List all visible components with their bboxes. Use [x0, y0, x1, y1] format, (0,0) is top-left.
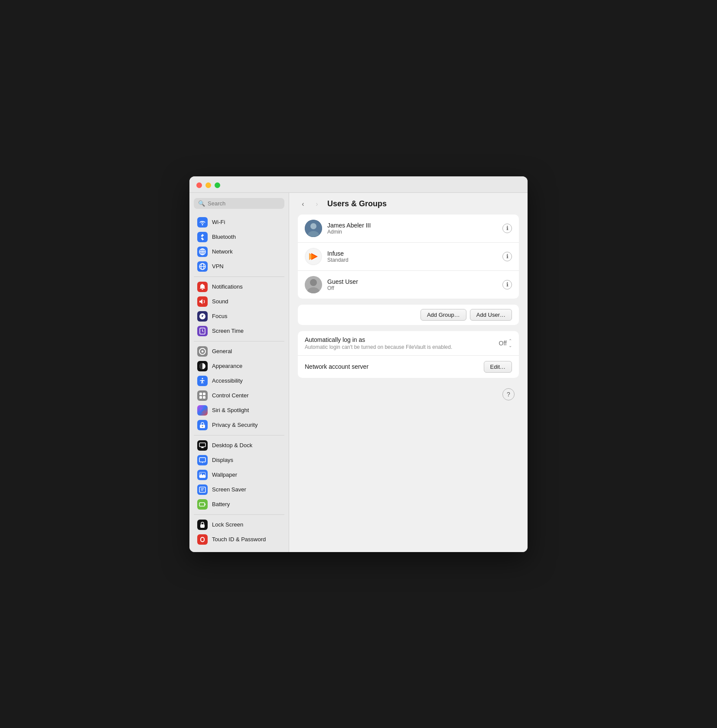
sidebar-item-privacy[interactable]: Privacy & Security — [194, 418, 284, 432]
help-button[interactable]: ? — [502, 388, 515, 400]
add-user-button[interactable]: Add User… — [470, 309, 512, 321]
minimize-button[interactable] — [205, 182, 211, 188]
sidebar-item-lockscreen[interactable]: Lock Screen — [194, 517, 284, 532]
sidebar-item-label: Screen Saver — [212, 486, 246, 493]
sidebar-item-label: Battery — [212, 501, 230, 507]
sidebar-item-siri[interactable]: Siri & Spotlight — [194, 403, 284, 418]
user-row-2[interactable]: Guest User Off ℹ — [298, 271, 519, 299]
sidebar-item-displays[interactable]: Displays — [194, 453, 284, 468]
spinner-icon: ⌃⌄ — [508, 338, 512, 348]
user-info-button[interactable]: ℹ — [502, 280, 512, 289]
user-info-button[interactable]: ℹ — [502, 224, 512, 233]
user-info: Infuse Standard — [327, 250, 497, 263]
sidebar-item-general[interactable]: General — [194, 344, 284, 359]
bluetooth-icon — [197, 232, 208, 242]
settings-card: Automatically log in as Automatic login … — [298, 331, 519, 378]
user-role: Off — [327, 285, 497, 291]
sidebar-separator — [194, 435, 284, 436]
sidebar-item-wallpaper[interactable]: Wallpaper — [194, 468, 284, 482]
svg-rect-14 — [203, 393, 205, 395]
user-info-button[interactable]: ℹ — [502, 252, 512, 261]
network-icon — [197, 247, 208, 257]
main-panel: ‹ › Users & Groups James Abeler III Admi… — [289, 193, 528, 552]
user-avatar — [305, 248, 322, 265]
svg-rect-22 — [199, 458, 205, 462]
sidebar-item-accessibility[interactable]: Accessibility — [194, 374, 284, 388]
search-input[interactable] — [208, 200, 280, 207]
svg-rect-16 — [203, 396, 205, 399]
wallpaper-icon — [197, 470, 208, 480]
svg-rect-15 — [199, 396, 202, 399]
sidebar-item-focus[interactable]: Focus — [194, 309, 284, 324]
sidebar-item-label: Notifications — [212, 283, 243, 290]
notifications-icon — [197, 282, 208, 292]
svg-point-12 — [202, 378, 203, 379]
svg-rect-29 — [200, 503, 203, 505]
sound-icon — [197, 296, 208, 307]
svg-rect-26 — [199, 487, 205, 492]
user-info: Guest User Off — [327, 278, 497, 291]
svg-point-17 — [200, 408, 205, 413]
privacy-icon — [197, 420, 208, 430]
edit-button[interactable]: Edit… — [484, 361, 512, 373]
sidebar-item-bluetooth[interactable]: Bluetooth — [194, 230, 284, 244]
forward-button[interactable]: › — [312, 199, 322, 209]
search-box[interactable]: 🔍 — [194, 198, 284, 209]
sidebar-item-screentime[interactable]: Screen Time — [194, 324, 284, 338]
sidebar: 🔍 Wi-Fi Bluetooth Network VPN — [189, 193, 289, 552]
page-title: Users & Groups — [327, 199, 387, 208]
sidebar-item-screensaver[interactable]: Screen Saver — [194, 482, 284, 497]
svg-point-39 — [310, 279, 317, 286]
user-avatar — [305, 276, 322, 293]
sidebar-item-sound[interactable]: Sound — [194, 294, 284, 309]
content-area: 🔍 Wi-Fi Bluetooth Network VPN — [189, 193, 528, 552]
add-group-button[interactable]: Add Group… — [420, 309, 466, 321]
sidebar-item-label: Desktop & Dock — [212, 442, 252, 448]
controlcenter-icon — [197, 390, 208, 401]
sidebar-item-notifications[interactable]: Notifications — [194, 280, 284, 294]
users-card: James Abeler III Admin ℹ Infuse Standard… — [298, 214, 519, 299]
sidebar-item-vpn[interactable]: VPN — [194, 259, 284, 274]
svg-rect-20 — [199, 443, 205, 447]
setting-label: Network account server — [305, 363, 479, 370]
sidebar-item-label: Accessibility — [212, 377, 243, 384]
user-name: James Abeler III — [327, 222, 497, 229]
desktop-icon — [197, 440, 208, 451]
svg-point-10 — [202, 350, 204, 352]
svg-point-32 — [310, 223, 316, 229]
back-button[interactable]: ‹ — [298, 199, 308, 209]
sidebar-item-network[interactable]: Network — [194, 244, 284, 259]
sidebar-item-label: Bluetooth — [212, 234, 236, 240]
sidebar-item-label: Siri & Spotlight — [212, 407, 249, 413]
sidebar-item-controlcenter[interactable]: Control Center — [194, 388, 284, 403]
sidebar-item-label: General — [212, 348, 232, 354]
sidebar-item-battery[interactable]: Battery — [194, 497, 284, 512]
svg-rect-30 — [200, 524, 205, 528]
sidebar-item-touchid[interactable]: Touch ID & Password — [194, 532, 284, 547]
auto-login-value[interactable]: Off ⌃⌄ — [499, 338, 512, 348]
setting-info: Automatically log in as Automatic login … — [305, 336, 494, 350]
close-button[interactable] — [196, 182, 202, 188]
settings-row-0: Automatically log in as Automatic login … — [298, 331, 519, 356]
sidebar-item-desktop[interactable]: Desktop & Dock — [194, 438, 284, 453]
svg-point-23 — [202, 462, 203, 463]
accessibility-icon — [197, 376, 208, 386]
general-icon — [197, 346, 208, 357]
screentime-icon — [197, 326, 208, 336]
svg-line-9 — [202, 331, 203, 332]
sidebar-item-label: Network — [212, 248, 233, 255]
user-avatar — [305, 220, 322, 237]
settings-row-1: Network account server Edit… — [298, 356, 519, 378]
user-name: Guest User — [327, 278, 497, 285]
screensaver-icon — [197, 484, 208, 495]
user-row-0[interactable]: James Abeler III Admin ℹ — [298, 214, 519, 243]
svg-point-19 — [202, 426, 203, 427]
svg-rect-28 — [205, 504, 205, 505]
wifi-icon — [197, 217, 208, 228]
sidebar-item-appearance[interactable]: Appearance — [194, 359, 284, 374]
sidebar-item-wifi[interactable]: Wi-Fi — [194, 215, 284, 230]
sidebar-item-label: Lock Screen — [212, 521, 243, 528]
setting-sublabel: Automatic login can't be turned on becau… — [305, 344, 494, 350]
maximize-button[interactable] — [215, 182, 220, 188]
user-row-1[interactable]: Infuse Standard ℹ — [298, 243, 519, 271]
